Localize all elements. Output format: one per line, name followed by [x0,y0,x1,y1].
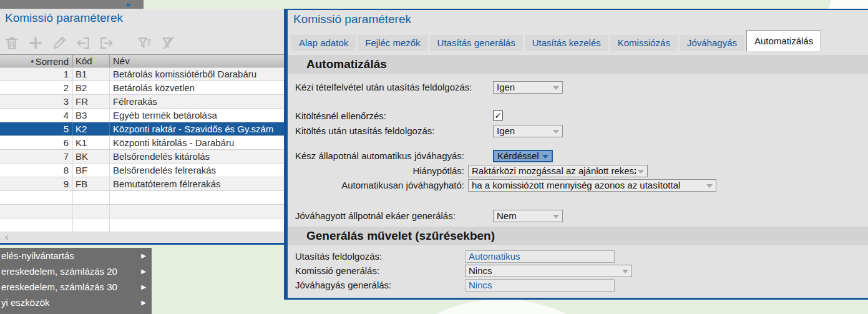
tab-fejlec-mezok[interactable]: Fejléc mezők [358,35,427,51]
automatikusan-jovahagyhato-select[interactable]: ha a komissiózott mennyiség azonos az ut… [468,179,716,192]
section-header-generalas: Generálás művelet (szűrésekben) [288,227,868,245]
scroll-left-arrow-icon[interactable]: ‹ [5,231,9,243]
cell-empty [73,205,110,218]
cell-sorrend: 1 [0,67,73,81]
trash-icon[interactable] [4,35,20,51]
field-row-kitoltesnel: Kitöltésnél ellenőrzés: ✓ [288,110,868,122]
cell-sorrend: 2 [0,81,73,94]
list-panel: Komissió paraméterek ▲SorrendKódNév 1B1B… [0,9,284,245]
filter-icon[interactable] [136,35,152,51]
kesz-jovahagyas-select[interactable]: Kérdéssel [493,150,553,162]
menu-item[interactable]: yi eszközök▶ [0,295,152,310]
table-row[interactable]: 5K2Központi raktár - Szavidős és Gy.szám [0,122,284,136]
detail-panel: Komissió paraméterek Alap adatokFejléc m… [284,9,868,300]
table-row[interactable]: 4B3Egyéb termék betárolása [0,109,284,122]
section-heading-text: Automatizálás [306,57,387,71]
field-label: Automatikusan jóváhagyható: [288,179,464,192]
komissio-generalas-select[interactable]: Nincs [465,265,632,277]
field-label: Komissió generálás: [295,265,379,277]
cell-nev: Belsőrendelés felrerakás [110,164,284,177]
menu-item[interactable]: ereskedelem, számlázás 30▶ [0,279,152,295]
cell-kod: B3 [73,109,110,122]
cell-empty [0,191,73,204]
field-row-utasitas-feldolgozas: Utasítás feldolgozás: Automatikus [288,250,868,263]
cell-empty [73,218,110,232]
table-row-empty [0,218,284,232]
tab-utasitas-kezeles[interactable]: Utasítás kezelés [525,35,608,51]
cell-nev: Betárolás komissiótérből Darabáru [110,67,284,81]
table-row[interactable]: 1B1Betárolás komissiótérből Darabáru [0,67,284,81]
table-row[interactable]: 3FRFélrerakás [0,95,284,109]
column-header-kod[interactable]: Kód [73,55,110,67]
select-value: Nincs [469,265,620,277]
utasitas-feldolgozas-field[interactable]: Automatikus [465,250,615,263]
menu-item-label: yi eszközök [1,297,50,308]
collapsed-panel-strip: ▶ [0,0,144,9]
chevron-down-icon [553,215,559,218]
tab-utasitas-generalas[interactable]: Utasítás generálás [430,35,523,51]
background-arc-decoration [367,299,635,314]
field-label: Kitöltés után utasítás feldolgozás: [295,125,434,137]
field-row-automatikusan: Automatikusan jóváhagyható: ha a komissi… [288,179,868,192]
cell-kod: FR [73,95,110,108]
cell-empty [0,218,73,232]
column-header-nev[interactable]: Név [110,55,284,67]
section-header-automatizalas: Automatizálás [288,55,868,74]
edit-icon[interactable] [51,35,67,51]
add-icon[interactable] [27,35,44,51]
kezi-feldolgozas-select[interactable]: Igen [493,81,563,94]
cell-kod: BK [73,150,110,163]
tab-jovahagyas[interactable]: Jóváhagyás [680,35,744,51]
clear-filter-icon[interactable] [160,35,176,51]
select-value: ha a komissiózott mennyiség azonos az ut… [472,180,705,191]
hianypotlas-select[interactable]: Raktárközi mozgással az ajánlott rekeszb… [468,165,648,177]
horizontal-scrollbar[interactable]: ‹ [0,232,284,243]
table-row[interactable]: 9FBBemutatóterem félrerakás [0,177,284,191]
move-out-icon[interactable] [75,35,91,51]
field-row-jovahagyas-generalas: Jóváhagyás generálás: Nincs [288,279,868,292]
select-value: Igen [497,82,551,93]
module-menu: elés-nyilvántartás▶ereskedelem, számlázá… [0,248,152,314]
table-row[interactable]: 7BKBelsőrendelés kitárolás [0,150,284,164]
cell-kod: BF [73,164,110,177]
table-row[interactable]: 8BFBelsőrendelés felrerakás [0,164,284,177]
field-row-ekaer: Jóváhagyott állpotnál ekáer generálás: N… [288,210,868,222]
submenu-arrow-icon: ▶ [141,263,146,279]
tab-alap-adatok[interactable]: Alap adatok [291,35,356,51]
cell-sorrend: 6 [0,136,73,149]
application-window: ▶ Komissió paraméterek ▲SorrendKódNév 1B… [0,0,868,314]
cell-sorrend: 3 [0,95,73,108]
cell-kod: K1 [73,136,110,149]
cell-nev: Egyéb termék betárolása [110,109,284,122]
jovahagyas-generalas-field[interactable]: Nincs [465,279,615,292]
select-value: Kérdéssel [497,151,540,161]
cell-nev: Belsőrendelés kitárolás [110,150,284,163]
move-in-icon[interactable] [99,35,115,51]
menu-item-label: ereskedelem, számlázás 30 [1,282,117,292]
ekaer-generalas-select[interactable]: Nem [493,210,563,222]
table-row[interactable]: 6K1Központi kitárolás - Darabáru [0,136,284,150]
detail-panel-title: Komissió paraméterek [293,12,411,26]
kitoltes-utan-select[interactable]: Igen [493,125,563,137]
select-value: Nem [497,210,551,222]
field-label: Utasítás feldolgozás: [295,250,382,263]
menu-item[interactable]: elés-nyilvántartás▶ [0,248,152,263]
menu-item[interactable]: ereskedelem, számlázás 20▶ [0,263,152,279]
table-row-empty [0,205,284,218]
field-row-hianypotlas: Hiánypótlás: Raktárközi mozgással az ajá… [288,165,868,177]
chevron-down-icon [553,130,559,134]
field-label: Kész állapotnál automatikus jóváhagyás: [295,150,464,162]
cell-empty [110,218,284,232]
expand-panel-arrow-icon[interactable]: ▶ [127,0,131,9]
column-header-sorrend[interactable]: ▲Sorrend [0,55,73,67]
toolbar [4,35,176,51]
table-row[interactable]: 2B2Betárolás közvetlen [0,81,284,95]
cell-kod: FB [73,177,110,190]
field-label: Kézi tételfelvétel után utasítás feldolg… [295,81,472,94]
cell-sorrend: 4 [0,109,73,122]
menu-item[interactable]: ámfejtés▶ [0,310,152,314]
tab-komissiozas[interactable]: Komissiózás [610,35,678,51]
tab-bar: Alap adatokFejléc mezőkUtasítás generálá… [291,27,821,51]
kitoltesnel-checkbox[interactable]: ✓ [493,110,503,120]
tab-automatizalas[interactable]: Automatizálás [746,30,821,51]
